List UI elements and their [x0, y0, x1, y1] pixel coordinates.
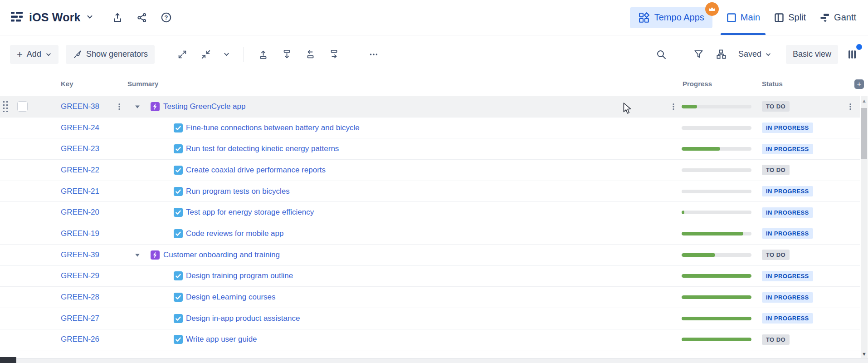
search-icon[interactable]	[653, 46, 670, 63]
bottom-left-block	[0, 357, 16, 363]
move-up-icon[interactable]	[255, 46, 272, 63]
filter-icon[interactable]	[690, 46, 707, 63]
issue-key-link[interactable]: GREEN-38	[61, 96, 99, 117]
status-badge: IN PROGRESS	[762, 138, 813, 159]
row-menu-icon[interactable]	[115, 96, 123, 117]
tab-gantt[interactable]: Gantt	[819, 0, 856, 35]
share-icon[interactable]	[134, 10, 150, 25]
basic-view-label: Basic view	[793, 49, 831, 59]
collapse-all-icon[interactable]	[197, 46, 215, 63]
issue-key-link[interactable]: GREEN-29	[61, 266, 99, 287]
gantt-view-icon	[819, 12, 830, 23]
tab-split-label: Split	[788, 12, 806, 23]
progress-bar	[682, 96, 751, 117]
table-row[interactable]: GREEN-26Write app user guideTO DO	[0, 329, 860, 351]
issue-key-link[interactable]: GREEN-19	[61, 223, 99, 244]
tempo-apps-button[interactable]: Tempo Apps	[630, 7, 712, 28]
column-header-progress[interactable]: Progress	[683, 80, 712, 88]
table-row[interactable]: GREEN-21Run program tests on bicyclesIN …	[0, 181, 860, 202]
issue-summary-link[interactable]: Run program tests on bicycles	[186, 181, 290, 202]
progress-bar	[682, 245, 751, 265]
vertical-scrollbar[interactable]: ▲ ▼	[861, 96, 868, 358]
epic-icon	[151, 245, 160, 265]
issue-summary-link[interactable]: Testing GreenCycle app	[163, 96, 245, 117]
structure-logo-icon	[10, 10, 24, 25]
tab-main[interactable]: Main	[726, 0, 760, 35]
scroll-up-icon[interactable]: ▲	[861, 98, 868, 103]
export-icon[interactable]	[110, 10, 125, 25]
column-header-status[interactable]: Status	[762, 80, 783, 88]
issue-key-link[interactable]: GREEN-26	[61, 329, 99, 350]
issue-key-link[interactable]: GREEN-28	[61, 287, 99, 308]
table-row[interactable]: GREEN-27Design in-app product assistance…	[0, 308, 860, 329]
table-row[interactable]: GREEN-38Testing GreenCycle appTO DO	[0, 96, 860, 118]
chevron-down-icon[interactable]	[86, 13, 93, 22]
status-badge: IN PROGRESS	[762, 266, 813, 287]
issue-summary-link[interactable]: Create coaxial drive performance reports	[186, 160, 326, 181]
table-row[interactable]: GREEN-28Design eLearning coursesIN PROGR…	[0, 287, 860, 308]
table-row[interactable]: GREEN-19Code reviews for mobile appIN PR…	[0, 223, 860, 245]
issue-key-link[interactable]: GREEN-21	[61, 181, 99, 202]
columns-button[interactable]	[844, 46, 861, 63]
issue-key-link[interactable]: GREEN-39	[61, 245, 99, 265]
issue-summary-link[interactable]: Run test for detecting kinetic energy pa…	[186, 138, 339, 159]
column-header-key[interactable]: Key	[61, 80, 73, 88]
basic-view-button[interactable]: Basic view	[786, 45, 838, 64]
more-ellipsis-icon[interactable]	[365, 46, 382, 63]
progress-bar	[682, 287, 751, 308]
progress-bar	[682, 308, 751, 329]
progress-bar	[682, 223, 751, 244]
expand-all-icon[interactable]	[174, 46, 191, 63]
chevron-down-icon	[765, 51, 771, 58]
issue-summary-link[interactable]: Write app user guide	[186, 329, 257, 350]
saved-views-dropdown[interactable]: Saved	[736, 49, 774, 59]
toolbar-separator	[680, 47, 680, 62]
add-button[interactable]: + Add	[10, 45, 59, 64]
main-view-icon	[726, 12, 737, 23]
drag-handle-icon[interactable]	[2, 96, 10, 117]
row-menu-icon[interactable]	[846, 96, 854, 117]
scrollbar-thumb[interactable]	[861, 108, 867, 159]
chevron-down-icon[interactable]	[221, 46, 233, 63]
issue-summary-link[interactable]: Customer onboarding and training	[163, 245, 280, 265]
table-row[interactable]: GREEN-23Run test for detecting kinetic e…	[0, 138, 860, 160]
table-row[interactable]: GREEN-39Customer onboarding and training…	[0, 245, 860, 266]
issue-summary-link[interactable]: Design training program outline	[186, 266, 293, 287]
column-header-summary[interactable]: Summary	[127, 80, 158, 88]
help-icon[interactable]: ?	[159, 10, 174, 25]
progress-bar	[682, 118, 751, 138]
table-row[interactable]: GREEN-29Design training program outlineI…	[0, 266, 860, 287]
issue-key-link[interactable]: GREEN-27	[61, 308, 99, 329]
group-icon[interactable]	[713, 46, 730, 63]
issue-key-link[interactable]: GREEN-24	[61, 118, 99, 138]
issue-key-link[interactable]: GREEN-23	[61, 138, 99, 159]
issue-key-link[interactable]: GREEN-22	[61, 160, 99, 181]
collapse-caret-icon[interactable]	[134, 96, 141, 117]
tab-split[interactable]: Split	[774, 0, 806, 35]
issue-key-link[interactable]: GREEN-20	[61, 202, 99, 223]
table-row[interactable]: GREEN-20Test app for energy storage effi…	[0, 202, 860, 223]
table-row[interactable]: GREEN-22Create coaxial drive performance…	[0, 160, 860, 181]
issue-summary-link[interactable]: Code reviews for mobile app	[186, 223, 283, 244]
issue-summary-link[interactable]: Design in-app product assistance	[186, 308, 300, 329]
show-generators-button[interactable]: Show generators	[66, 45, 155, 64]
structure-board: iOS Work ?	[0, 0, 868, 363]
collapse-caret-icon[interactable]	[134, 245, 141, 265]
scroll-down-icon[interactable]: ▼	[861, 351, 868, 357]
move-right-icon[interactable]	[326, 46, 343, 63]
add-column-button[interactable]: +	[854, 79, 864, 89]
row-menu-icon[interactable]	[669, 96, 678, 117]
issue-summary-link[interactable]: Fine-tune connections between battery an…	[186, 118, 360, 138]
row-checkbox[interactable]	[17, 96, 28, 117]
crown-icon	[705, 2, 719, 16]
move-left-icon[interactable]	[302, 46, 319, 63]
move-down-icon[interactable]	[278, 46, 296, 63]
table-row[interactable]: GREEN-24Fine-tune connections between ba…	[0, 118, 860, 139]
issue-summary-link[interactable]: Design eLearning courses	[186, 287, 276, 308]
header-right: Tempo Apps Main Split	[630, 0, 868, 35]
horizontal-scrollbar-track[interactable]	[0, 358, 868, 363]
status-badge: IN PROGRESS	[762, 202, 813, 223]
toolbar: + Add Show generators	[0, 36, 868, 73]
issue-summary-link[interactable]: Test app for energy storage efficiency	[186, 202, 314, 223]
saved-label: Saved	[738, 49, 761, 59]
